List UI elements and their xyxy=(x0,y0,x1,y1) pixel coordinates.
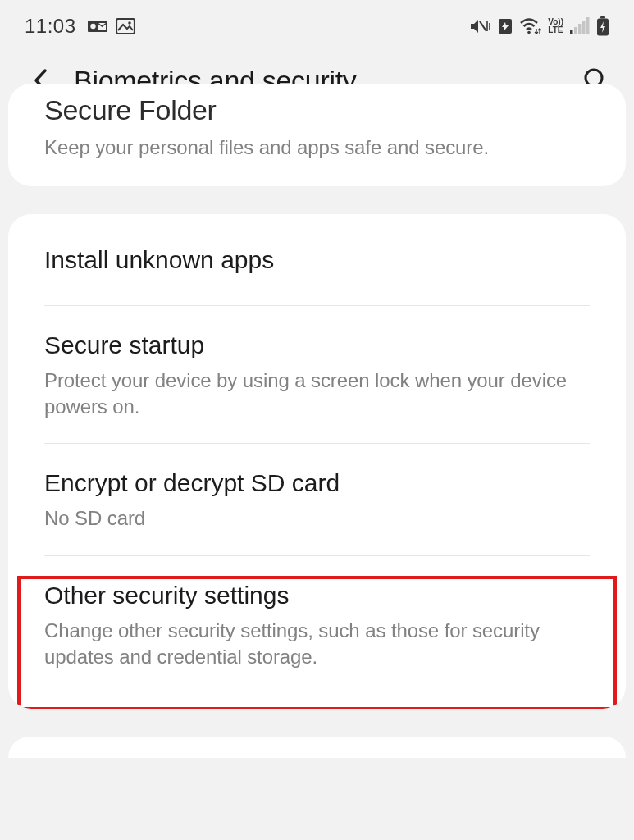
svg-line-5 xyxy=(480,21,486,31)
setting-title: Encrypt or decrypt SD card xyxy=(44,467,590,499)
setting-title: Other security settings xyxy=(44,579,590,611)
setting-title: Secure startup xyxy=(44,329,590,361)
status-right: Vo)) LTE xyxy=(469,16,609,36)
volte-icon: Vo)) LTE xyxy=(548,18,563,34)
setting-subtitle: No SD card xyxy=(44,505,590,532)
mute-vibrate-icon xyxy=(469,17,490,35)
content: Secure Folder Keep your personal files a… xyxy=(0,84,634,758)
status-icons-left xyxy=(88,18,135,34)
setting-install-unknown-apps[interactable]: Install unknown apps xyxy=(8,214,626,305)
outlook-icon xyxy=(88,18,109,34)
status-left: 11:03 xyxy=(25,15,135,38)
setting-other-security[interactable]: Other security settings Change other sec… xyxy=(8,556,626,709)
image-icon xyxy=(116,18,135,34)
svg-rect-13 xyxy=(600,16,605,19)
svg-rect-10 xyxy=(578,24,582,34)
card-security-options: Install unknown apps Secure startup Prot… xyxy=(8,214,626,709)
signal-icon xyxy=(570,17,590,35)
svg-point-1 xyxy=(90,24,95,29)
data-saver-icon xyxy=(497,17,513,35)
status-bar: 11:03 Vo)) LTE xyxy=(0,0,634,46)
svg-rect-8 xyxy=(570,30,573,34)
card-secure-folder: Secure Folder Keep your personal files a… xyxy=(8,84,626,186)
setting-title: Install unknown apps xyxy=(44,244,590,276)
battery-charging-icon xyxy=(596,16,609,36)
card-next-cutoff xyxy=(8,737,626,758)
svg-rect-11 xyxy=(582,21,586,34)
wifi-icon xyxy=(520,17,541,35)
setting-secure-startup[interactable]: Secure startup Protect your device by us… xyxy=(8,306,626,444)
svg-point-7 xyxy=(527,31,531,34)
setting-subtitle: Keep your personal files and apps safe a… xyxy=(44,135,590,161)
setting-secure-folder[interactable]: Secure Folder Keep your personal files a… xyxy=(8,84,626,186)
setting-title: Secure Folder xyxy=(44,92,590,128)
setting-subtitle: Change other security settings, such as … xyxy=(44,618,590,671)
svg-rect-9 xyxy=(574,27,577,34)
setting-subtitle: Protect your device by using a screen lo… xyxy=(44,368,590,421)
status-time: 11:03 xyxy=(25,15,76,38)
setting-encrypt-sd-card[interactable]: Encrypt or decrypt SD card No SD card xyxy=(8,444,626,555)
svg-point-4 xyxy=(128,21,131,25)
svg-rect-12 xyxy=(586,17,590,34)
